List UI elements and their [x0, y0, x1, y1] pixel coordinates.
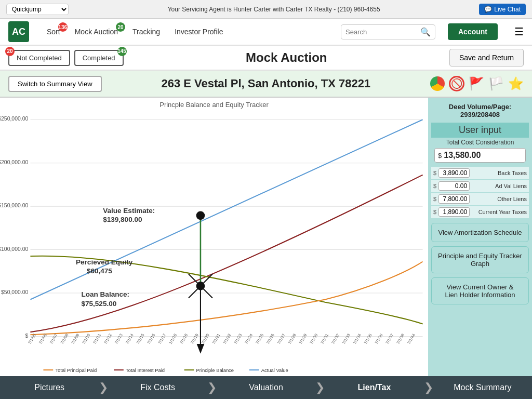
svg-text:Loan Balance:: Loan Balance: [81, 290, 129, 298]
live-chat-button[interactable]: 💬 Live Chat [479, 4, 526, 15]
account-button[interactable]: Account [448, 23, 498, 40]
svg-text:$250,000.00: $250,000.00 [0, 116, 28, 122]
svg-text:7/1/21: 7/1/21 [211, 333, 221, 345]
completed-badge: 145 [117, 47, 127, 56]
nav-sort[interactable]: Sort 136 [42, 24, 65, 39]
nav-links: Sort 136 Mock Auction 20 Tracking Invest… [42, 24, 328, 39]
address-icons: 🚫 🚩 🏳️ ⭐ [430, 76, 524, 91]
svg-text:1/1/18: 1/1/18 [168, 333, 178, 345]
nav-bar: AC Sort 136 Mock Auction 20 Tracking Inv… [0, 19, 532, 46]
line-item: $ 7,800.00 Other Liens [431, 193, 529, 206]
search-icon: 🔍 [420, 27, 431, 37]
quickjump-select[interactable]: Quickjump [6, 4, 69, 15]
line-label: Back Taxes [472, 170, 527, 176]
chat-icon: 💬 [484, 6, 492, 13]
svg-text:7/1/09: 7/1/09 [71, 333, 81, 345]
nav-tracking[interactable]: Tracking [127, 24, 165, 39]
svg-text:7/1/33: 7/1/33 [341, 333, 351, 345]
bottom-nav-item-pictures[interactable]: Pictures [0, 376, 99, 399]
line-item: $ 0.00 Ad Val Liens [431, 180, 529, 193]
top-bar: Quickjump Your Servicing Agent is Hunter… [0, 0, 532, 19]
svg-text:7/1/19: 7/1/19 [190, 333, 200, 345]
logo-icon: AC [8, 21, 29, 42]
svg-text:7/1/38: 7/1/38 [396, 333, 406, 345]
svg-text:7/1/35: 7/1/35 [363, 332, 373, 345]
bottom-nav-label: Mock Summary [454, 383, 511, 392]
not-completed-badge: 20 [5, 47, 15, 56]
nav-separator: ❯ [315, 381, 325, 394]
total-cost-input: $ 13,580.00 [434, 148, 526, 163]
svg-text:7/1/32: 7/1/32 [330, 333, 340, 345]
not-completed-button[interactable]: 20 Not Completed [8, 50, 70, 66]
user-input-title: User input [431, 123, 529, 138]
svg-text:$60,475: $60,475 [87, 267, 112, 275]
svg-text:$50,000.00: $50,000.00 [1, 289, 28, 295]
right-panel: Deed Volume/Page: 2939/208408 User input… [428, 98, 532, 376]
svg-text:7/1/15: 7/1/15 [136, 332, 145, 345]
svg-text:7/1/13: 7/1/13 [114, 333, 124, 345]
nav-mock-auction[interactable]: Mock Auction 20 [70, 24, 123, 39]
lien-holder-button[interactable]: View Current Owner &Lien Holder Informat… [431, 277, 529, 304]
servicing-agent-text: Your Servicing Agent is Hunter Carter wi… [168, 6, 380, 13]
svg-text:7/1/26: 7/1/26 [265, 333, 275, 345]
svg-text:Principle Balance: Principle Balance [196, 368, 234, 373]
bottom-nav-item-fix-costs[interactable]: Fix Costs [108, 376, 207, 399]
bottom-nav-item-mock-summary[interactable]: Mock Summary [433, 376, 532, 399]
svg-text:$75,525.00: $75,525.00 [81, 300, 116, 308]
summary-view-button[interactable]: Switch to Summary View [8, 76, 102, 92]
svg-text:Total Principal Paid: Total Principal Paid [55, 368, 97, 373]
chart-area: Princple Balance and Equity Tracker $250… [0, 98, 428, 376]
nav-investor-profile[interactable]: Investor Profile [169, 24, 228, 39]
nav-separator: ❯ [424, 381, 433, 394]
svg-point-16 [196, 211, 205, 220]
dollar-sign: $ [438, 152, 442, 159]
svg-text:$: $ [25, 333, 28, 339]
svg-text:Actual Value: Actual Value [261, 368, 288, 373]
svg-text:7/1/14: 7/1/14 [125, 332, 135, 345]
bottom-nav-item-lien/tax[interactable]: Lien/Tax [325, 376, 423, 399]
svg-text:7/1/22: 7/1/22 [222, 333, 232, 345]
equity-tracker-button[interactable]: Principle and Equity Tracker Graph [431, 246, 529, 273]
svg-text:$139,800.00: $139,800.00 [103, 216, 142, 223]
line-dollar: $ [433, 183, 436, 189]
svg-text:$150,000.00: $150,000.00 [0, 203, 28, 208]
line-item: $ 3,890.00 Back Taxes [431, 167, 529, 180]
red-flag-icon[interactable]: 🚩 [469, 76, 484, 91]
yellow-flag-icon[interactable]: 🏳️ [488, 76, 504, 91]
line-dollar: $ [433, 170, 436, 176]
svg-text:7/1/12: 7/1/12 [103, 333, 113, 345]
bottom-nav-label: Valuation [249, 383, 283, 392]
bottom-nav-label: Pictures [34, 383, 64, 392]
line-amount: 1,890.00 [438, 207, 470, 217]
user-input-section: User input Total Cost Consideration $ 13… [431, 123, 529, 164]
svg-text:7/1/30: 7/1/30 [309, 332, 319, 345]
star-icon[interactable]: ⭐ [508, 76, 524, 91]
total-cost-value: 13,580.00 [444, 151, 481, 160]
bottom-nav-label: Fix Costs [140, 383, 175, 392]
search-input[interactable] [345, 28, 418, 36]
nav-separator: ❯ [207, 381, 217, 394]
no-icon[interactable]: 🚫 [449, 76, 464, 91]
svg-text:Value Estimate:: Value Estimate: [103, 207, 155, 215]
completed-button[interactable]: Completed 145 [74, 50, 124, 66]
amortization-schedule-button[interactable]: View Amortization Schedule [431, 223, 529, 242]
save-return-button[interactable]: Save and Return [449, 49, 524, 66]
svg-text:7/1/36: 7/1/36 [374, 333, 384, 345]
bottom-nav-label: Lien/Tax [358, 383, 391, 392]
svg-text:$100,000.00: $100,000.00 [0, 246, 28, 252]
address-bar: Switch to Summary View 263 E Vestal Pl, … [0, 71, 532, 98]
bottom-nav-item-valuation[interactable]: Valuation [217, 376, 315, 399]
svg-text:7/1/11: 7/1/11 [92, 333, 102, 345]
line-label: Other Liens [472, 196, 527, 202]
svg-text:Percieved Equity: Percieved Equity [76, 258, 133, 266]
line-dollar: $ [433, 196, 436, 202]
hamburger-icon[interactable]: ☰ [514, 25, 524, 38]
svg-text:$200,000.00: $200,000.00 [0, 159, 28, 165]
svg-text:7/1/28: 7/1/28 [287, 333, 297, 345]
action-bar: 20 Not Completed Completed 145 Mock Auct… [0, 46, 532, 71]
chart-svg: $250,000.00 $200,000.00 $150,000.00 $100… [0, 110, 428, 376]
deed-info: Deed Volume/Page: 2939/208408 [431, 101, 529, 121]
line-label: Current Year Taxes [472, 209, 527, 215]
chart-title: Princple Balance and Equity Tracker [0, 98, 428, 110]
line-amount: 0.00 [438, 181, 470, 191]
